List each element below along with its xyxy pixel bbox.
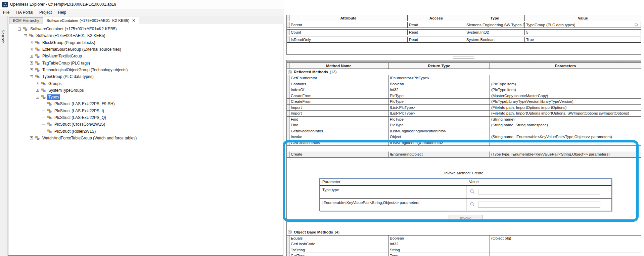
tree-item[interactable]: + TagTableGroup (PLC tags) [8, 59, 283, 66]
attributes-table: Attribute Access Type Value Parent Read … [286, 15, 641, 55]
method-row-create-selected[interactable]: Create IEngineeringObject (Type type, IE… [287, 152, 641, 158]
method-row[interactable]: GetHashCode Int32 [287, 241, 641, 247]
tree-expander-icon[interactable] [42, 102, 45, 105]
tree-expander-icon[interactable]: + [30, 68, 33, 71]
search-panel-tab[interactable]: Search [1, 30, 5, 44]
method-row[interactable]: CreateFrom PlcType (MasterCopy sourceMas… [287, 93, 641, 99]
method-parameters-cell [490, 247, 641, 253]
method-row[interactable]: Contains Boolean (PlcType item) [287, 81, 641, 87]
method-parameters-cell: (FileInfo path, ImportOptions importOpti… [490, 111, 641, 116]
parameter-value-input[interactable] [478, 189, 600, 195]
attribute-access-cell: Read [408, 30, 465, 35]
menu-item[interactable]: Help [55, 9, 69, 16]
search-icon[interactable] [470, 202, 475, 208]
tree-expander-icon[interactable]: − [36, 96, 39, 99]
search-icon[interactable] [470, 189, 475, 195]
tree-expander-icon[interactable]: + [30, 136, 33, 139]
method-return-type-cell: Int32 [388, 87, 490, 93]
parameter-value-input[interactable] [478, 202, 600, 208]
method-row[interactable]: CreateFrom PlcType (PlcTypeLibraryTypeVe… [287, 99, 641, 105]
row-gutter [287, 152, 289, 157]
tree-expander-icon[interactable]: − [24, 34, 27, 37]
tree-expander-icon[interactable]: + [30, 48, 33, 51]
method-row[interactable]: Find PlcType (String name) [287, 117, 641, 123]
tree-item[interactable]: + WatchAndForceTableGroup (Watch and for… [8, 135, 283, 141]
tree-item-label: Groups [47, 81, 62, 86]
tree-item[interactable]: − Types [8, 94, 283, 100]
type-node-icon [35, 75, 40, 79]
tree-item[interactable]: + TechnologicalObjectGroup (Technology o… [8, 67, 283, 73]
method-return-type-cell: Int32 [388, 241, 490, 247]
type-node-icon [35, 68, 40, 72]
method-return-type-cell: IEngineeringObject [388, 152, 490, 157]
menu-item[interactable]: Project [36, 9, 55, 16]
method-row[interactable]: GetType Type [287, 253, 641, 256]
tree-item[interactable]: PlcStruct (CrossConv2W1S) [8, 121, 283, 128]
tab-label: SoftwareContainer (+175+001+AE01=K2-KEB5… [47, 18, 130, 23]
method-return-type-cell: PlcType [388, 93, 490, 99]
invoke-parameter-row: Type type [320, 186, 611, 199]
tree-item[interactable]: + SystemTypeGroups [8, 87, 283, 94]
method-row[interactable]: GetInvocationInfos IList<EngineeringInvo… [287, 128, 641, 134]
side-rail: Search [0, 16, 8, 256]
tree-expander-icon[interactable]: + [30, 55, 33, 58]
method-return-type-cell: IEnumerator<PlcType> [388, 75, 490, 81]
menu-item[interactable]: File [0, 9, 12, 16]
search-icon[interactable] [634, 23, 639, 28]
tree-expander-icon[interactable] [42, 116, 45, 119]
tree-item[interactable]: + ExternalSourceGroup (External source f… [8, 46, 283, 53]
tree-item[interactable]: − TypeGroup (PLC data types) [8, 73, 283, 80]
methods-table-header: Method Name Return Type Parameters [287, 63, 641, 69]
tree-item-label: PlcAlarmTextlistGroup [41, 53, 83, 59]
tree-expander-icon[interactable]: + [30, 61, 33, 65]
method-return-type-cell: IList<PlcType> [388, 111, 490, 116]
tab-software-container[interactable]: SoftwareContainer (+175+001+AE01=K2-KEB5… [43, 17, 139, 24]
tree-expander-icon[interactable] [42, 130, 45, 133]
method-return-type-cell: Boolean [388, 236, 490, 241]
attribute-row[interactable]: Count Read System.Int32 5 [287, 29, 641, 35]
method-row[interactable]: GetCreationInfos IList<EngineeringCreati… [287, 140, 641, 146]
tab-eom-hierarchy[interactable]: EOM Hierarchy [9, 17, 43, 24]
tree-item[interactable]: PlcStruct (LAS-ExU22PS_I) [8, 108, 283, 114]
method-row[interactable]: Import IList<PlcType> (FileInfo path, Im… [287, 105, 641, 111]
tree-expander-icon[interactable]: + [30, 41, 33, 44]
tree-item[interactable]: PlcStruct (Roller2W1S) [8, 128, 283, 134]
tree-item[interactable]: + Groups [8, 80, 283, 87]
tree-expander-icon[interactable]: + [36, 89, 39, 92]
row-gutter [287, 140, 289, 146]
attribute-value-cell: True [525, 37, 641, 42]
method-row[interactable]: Import IList<PlcType> (FileInfo path, Im… [287, 111, 641, 117]
panel-splitter[interactable] [453, 56, 474, 59]
tree-item[interactable]: − Software (+175+001+AE01=K2-KEB5) [8, 32, 283, 39]
tree-item[interactable]: + PlcAlarmTextlistGroup [8, 53, 283, 59]
tree-expander-icon[interactable]: − [18, 28, 21, 31]
invoke-button[interactable]: Invoke [449, 215, 483, 221]
tab-close-icon[interactable]: ✕ [132, 18, 135, 23]
tree-expander-icon[interactable] [42, 109, 45, 112]
menu-item-label: Project [39, 10, 52, 15]
tree-expander-icon[interactable] [42, 123, 45, 126]
attribute-row[interactable]: IsReadOnly Read System.Boolean True [287, 37, 641, 43]
method-row[interactable]: IndexOf Int32 (PlcType item) [287, 87, 641, 93]
collapse-chevron-icon[interactable] [288, 230, 292, 234]
menu-item-label: TIA Portal [15, 10, 33, 15]
object-base-methods-section-header[interactable]: Object Base Methods (4) [287, 229, 641, 236]
invoke-parameter-row: IEnumerable<KeyValuePair<String,Object>>… [320, 199, 611, 211]
row-gutter [287, 22, 289, 28]
reflected-methods-section-header[interactable]: Reflected Methods (13) [287, 69, 641, 75]
tree-item[interactable]: PlcStruct (LAS-ExU22PS_Q) [8, 114, 283, 121]
tree-expander-icon[interactable]: + [36, 82, 39, 85]
tree-item[interactable]: + BlockGroup (Program blocks) [8, 39, 283, 46]
collapse-chevron-icon[interactable] [288, 70, 292, 74]
menu-item[interactable]: TIA Portal [12, 9, 36, 16]
row-gutter [287, 247, 289, 253]
method-row[interactable]: Equals Boolean (Object obj) [287, 236, 641, 242]
tree-expander-icon[interactable]: − [30, 75, 33, 78]
tree-item[interactable]: PlcStruct (LAS-ExU22PS_F9-SH) [8, 100, 283, 107]
method-row[interactable]: Invoke Object (String name, IEnumerable<… [287, 134, 641, 140]
method-row[interactable]: Find PlcType (String name, String namesp… [287, 122, 641, 128]
attribute-row[interactable]: Parent Read Siemens.Engineering.SW.Types… [287, 22, 641, 28]
tree-item[interactable]: − SoftwareContainer (+175+001+AE01=K2-KE… [8, 26, 283, 32]
method-row[interactable]: ToString String [287, 247, 641, 253]
method-row[interactable]: GetEnumerator IEnumerator<PlcType> [287, 75, 641, 81]
